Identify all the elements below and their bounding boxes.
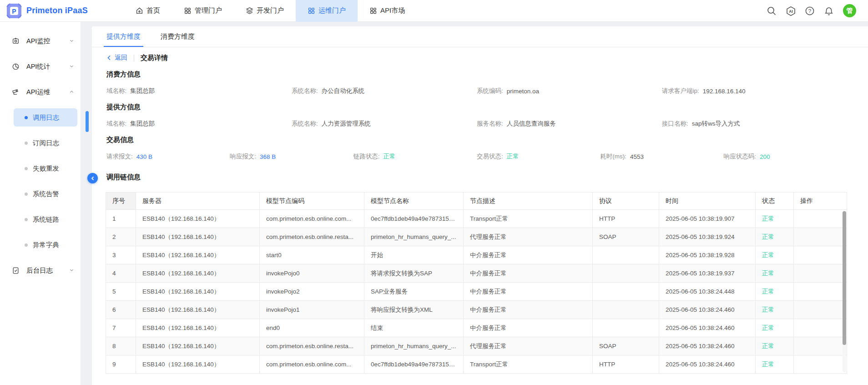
table-cell: primeton_hr_humans_query_... <box>364 228 464 246</box>
layers-icon <box>246 7 253 15</box>
table-cell: 正常 <box>756 246 794 264</box>
field-label: 链路状态: <box>353 152 380 161</box>
status-badge: 正常 <box>762 215 774 222</box>
field: 链路状态:正常 <box>353 152 477 161</box>
sidebar-item[interactable]: 系统告警 <box>14 185 77 203</box>
table-cell: 2025-06-05 10:38:19.937 <box>659 264 756 283</box>
table-cell: 9 <box>106 355 136 374</box>
nav-item-label: 运维门户 <box>318 6 346 15</box>
table-cell: 1 <box>106 210 136 228</box>
sidebar-group[interactable]: API监控 <box>0 32 81 50</box>
field-label: 交易状态: <box>477 152 503 161</box>
appstore-icon <box>369 7 377 15</box>
table-scrollbar[interactable] <box>843 211 846 345</box>
sidebar-item[interactable]: 订阅日志 <box>14 134 77 152</box>
sidebar-group[interactable]: API运维 <box>0 83 81 101</box>
field: 接口名称:sap转ws导入方式 <box>662 119 847 128</box>
ai-assistant-icon[interactable]: AI <box>786 6 796 16</box>
table-cell: 将响应报文转换为XML <box>364 301 464 319</box>
table-cell: 3 <box>106 246 136 264</box>
sidebar-item[interactable]: 调用日志 <box>14 108 77 127</box>
status-badge: 正常 <box>762 288 774 295</box>
section-title: 消费方信息 <box>106 70 847 79</box>
field-value: 人力资源管理系统 <box>322 120 371 128</box>
sidebar-group[interactable]: API统计 <box>0 57 81 76</box>
table-header-cell: 节点描述 <box>464 192 593 210</box>
table-cell: 中介服务正常 <box>464 319 593 337</box>
detail-sections: 消费方信息域名称:集团总部系统名称:办公自动化系统系统编码:primeton.o… <box>92 70 868 161</box>
bullet-dot-icon <box>25 167 28 170</box>
nav-item[interactable]: 管理门户 <box>172 0 234 22</box>
table-cell: end0 <box>260 319 364 337</box>
bullet-dot-icon <box>25 192 28 196</box>
back-button[interactable]: 返回 <box>106 54 127 62</box>
table-cell: 结束 <box>364 319 464 337</box>
dimension-tabs: 提供方维度消费方维度 <box>92 26 868 47</box>
bullet-dot-icon <box>25 142 28 145</box>
sidebar-group-label: API运维 <box>26 88 50 96</box>
table-cell <box>593 264 659 283</box>
tab[interactable]: 提供方维度 <box>106 26 141 47</box>
field: 响应报文:368 B <box>230 152 353 161</box>
table-row: 9ESB140（192.168.16.140）com.primeton.esb.… <box>106 355 847 374</box>
main-nav: 首页管理门户开发门户运维门户API市场 <box>124 0 417 22</box>
topbar-actions: AI ? 管 <box>767 4 868 17</box>
call-chain-table-wrap: 序号服务器模型节点编码模型节点名称节点描述协议时间状态操作 1ESB140（19… <box>106 192 847 374</box>
nav-item-label: 首页 <box>146 6 160 15</box>
field-label: 响应状态码: <box>724 152 756 161</box>
divider <box>134 55 134 61</box>
user-avatar[interactable]: 管 <box>843 4 856 17</box>
field-value: 集团总部 <box>130 120 155 128</box>
nav-item[interactable]: 运维门户 <box>296 0 358 22</box>
table-cell <box>794 246 847 264</box>
collapse-panel-button[interactable] <box>87 173 98 183</box>
status-badge: 正常 <box>762 324 774 331</box>
field-value: 200 <box>760 153 770 160</box>
nav-item[interactable]: API市场 <box>358 0 417 22</box>
bullet-dot-icon <box>25 218 28 221</box>
field-value: 192.168.16.140 <box>703 88 746 95</box>
table-cell: 2025-06-05 10:38:24.460 <box>659 319 756 337</box>
table-cell: 中介服务正常 <box>464 283 593 301</box>
field-value: 集团总部 <box>130 87 155 95</box>
sidebar-group[interactable]: 后台日志 <box>0 261 81 279</box>
field-label: 响应报文: <box>230 152 256 161</box>
table-cell: 2025-06-05 10:38:19.924 <box>659 228 756 246</box>
field-value[interactable]: 430 B <box>136 153 152 160</box>
field-value[interactable]: 368 B <box>260 153 276 160</box>
table-cell: ESB140（192.168.16.140） <box>136 319 260 337</box>
sidebar-item[interactable]: 系统链路 <box>14 210 77 228</box>
status-badge: 正常 <box>762 252 774 258</box>
notifications-icon[interactable] <box>824 6 834 16</box>
search-icon[interactable] <box>767 6 777 16</box>
sidebar-group-label: API统计 <box>26 62 50 71</box>
field: 域名称:集团总部 <box>106 86 292 96</box>
table-cell <box>593 283 659 301</box>
table-cell: 2025-06-05 10:38:24.448 <box>659 283 756 301</box>
nav-item[interactable]: 首页 <box>124 0 172 22</box>
table-row: 6ESB140（192.168.16.140）invokePojo1将响应报文转… <box>106 301 847 319</box>
field: 系统名称:人力资源管理系统 <box>292 119 477 128</box>
table-row: 2ESB140（192.168.16.140）com.primeton.esb.… <box>106 228 847 246</box>
section-fields-row: 域名称:集团总部系统名称:办公自动化系统系统编码:primeton.oa请求客户… <box>106 86 847 96</box>
sidebar-item[interactable]: 异常字典 <box>14 236 77 254</box>
field-label: 系统名称: <box>292 87 318 95</box>
field-label: 系统编码: <box>477 87 503 95</box>
svg-text:P: P <box>12 7 16 15</box>
help-icon[interactable]: ? <box>805 6 815 16</box>
table-body: 1ESB140（192.168.16.140）com.primeton.esb.… <box>106 210 847 374</box>
table-cell: invokePojo0 <box>260 264 364 283</box>
table-cell: invokePojo2 <box>260 283 364 301</box>
table-cell: ESB140（192.168.16.140） <box>136 228 260 246</box>
nav-item[interactable]: 开发门户 <box>234 0 296 22</box>
sidebar-item[interactable]: 失败重发 <box>14 159 77 177</box>
sidebar-scrollbar[interactable] <box>86 111 89 132</box>
pie-chart-icon <box>12 63 20 71</box>
sidebar-item-label: 异常字典 <box>33 241 59 249</box>
table-header-cell: 序号 <box>106 192 136 210</box>
tab[interactable]: 消费方维度 <box>161 26 195 47</box>
table-cell: 7 <box>106 319 136 337</box>
brand-name: Primeton iPaaS <box>26 6 88 15</box>
table-cell: 4 <box>106 264 136 283</box>
sidebar-item-label: 系统链路 <box>33 215 59 224</box>
